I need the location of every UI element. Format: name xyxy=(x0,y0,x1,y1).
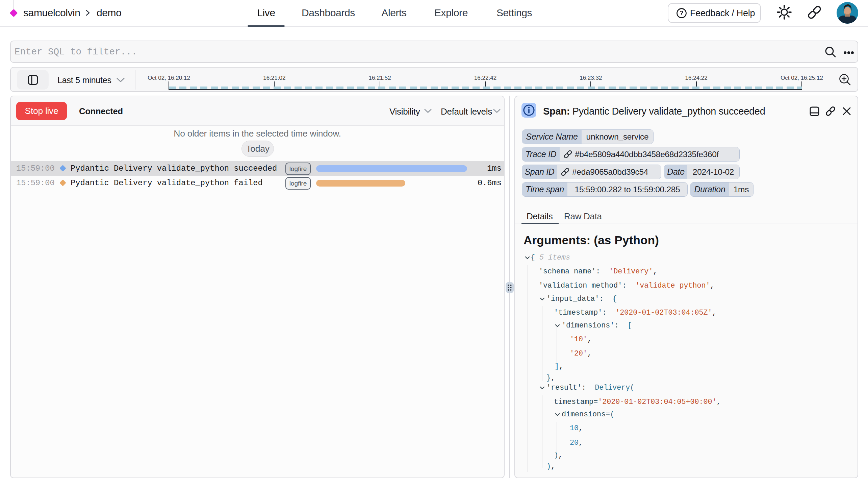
svg-text:?: ? xyxy=(680,10,684,17)
